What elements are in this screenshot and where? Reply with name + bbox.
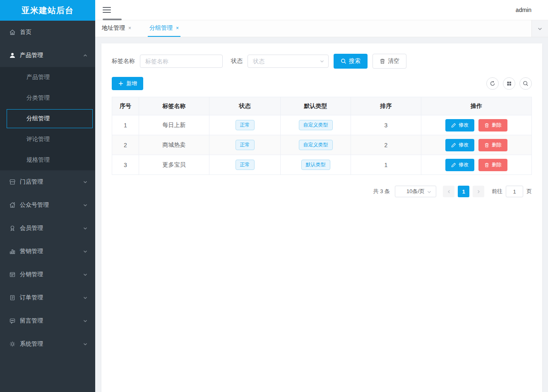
trash-icon: [380, 58, 385, 64]
sidebar: 亚米建站后台 首页 产品管理 产品管理 分类管理 分组管理 评论管理 规格管理 …: [0, 0, 95, 392]
close-icon[interactable]: ×: [128, 26, 131, 31]
pagination: 共 3 条 10条/页 1 前往 页: [112, 186, 532, 197]
tab-label: 地址管理: [102, 24, 125, 32]
main-area: admin 地址管理 × 分组管理 × 标签名称 状态: [95, 0, 548, 392]
edit-button[interactable]: 修改: [445, 159, 474, 171]
table-header: 序号 标签名称 状态 默认类型 排序 操作: [112, 97, 532, 115]
chevron-down-icon: [83, 342, 88, 347]
page-number-1[interactable]: 1: [458, 186, 469, 197]
goto-page-input[interactable]: [506, 186, 523, 197]
sidebar-item-stores[interactable]: 门店管理: [0, 170, 95, 194]
edit-button[interactable]: 修改: [445, 139, 474, 151]
tab-list-dropdown-button[interactable]: [531, 20, 548, 37]
subitem-label: 规格管理: [26, 156, 50, 164]
filter-bar: 标签名称 状态 搜索 清空: [112, 54, 532, 69]
page-content: 标签名称 状态 搜索 清空: [95, 37, 548, 392]
sidebar-item-marketing[interactable]: 营销管理: [0, 240, 95, 263]
subitem-label: 分组管理: [26, 115, 50, 122]
subitem-label: 分类管理: [26, 94, 50, 102]
search-button[interactable]: 搜索: [334, 54, 368, 69]
chevron-down-icon: [83, 249, 88, 254]
house-icon: [9, 202, 16, 208]
status-select-input[interactable]: [248, 55, 329, 68]
delete-button[interactable]: 删除: [478, 159, 507, 171]
tab-group-mgmt[interactable]: 分组管理 ×: [148, 20, 180, 37]
th-sort: 排序: [351, 97, 421, 115]
sidebar-subitem-group-mgmt[interactable]: 分组管理: [7, 109, 93, 128]
sidebar-item-products[interactable]: 产品管理: [0, 44, 95, 67]
chevron-right-icon: [476, 189, 481, 194]
medal-icon: [9, 225, 16, 232]
sidebar-item-official-account[interactable]: 公众号管理: [0, 194, 95, 217]
sidebar-subitem-category-mgmt[interactable]: 分类管理: [0, 88, 95, 108]
refresh-button[interactable]: [486, 77, 499, 90]
clear-button-label: 清空: [388, 57, 399, 65]
cell-sort: 3: [351, 115, 421, 135]
delete-button[interactable]: 删除: [478, 119, 507, 131]
sidebar-item-system[interactable]: 系统管理: [0, 332, 95, 356]
add-button[interactable]: 新增: [112, 77, 143, 90]
type-badge: 默认类型: [301, 160, 330, 170]
th-actions: 操作: [421, 97, 532, 115]
th-status: 状态: [209, 97, 281, 115]
cell-sort: 2: [351, 135, 421, 155]
chevron-left-icon: [447, 189, 451, 194]
prev-page-button[interactable]: [443, 186, 454, 197]
user-icon: [9, 52, 16, 59]
page-size-select[interactable]: 10条/页: [395, 186, 436, 197]
sidebar-item-messages[interactable]: 留言管理: [0, 309, 95, 332]
table-search-button[interactable]: [519, 77, 532, 90]
cell-sort: 1: [351, 155, 421, 175]
tab-bar: 地址管理 × 分组管理 ×: [95, 20, 548, 37]
status-select[interactable]: [248, 55, 329, 68]
delete-button-label: 删除: [492, 122, 502, 129]
edit-button-label: 修改: [459, 161, 469, 168]
refresh-icon: [490, 81, 495, 86]
submenu-products: 产品管理 分类管理 分组管理 评论管理 规格管理: [0, 67, 95, 170]
plus-icon: [118, 81, 124, 86]
tabbar-scrollbar-thumb[interactable]: [103, 19, 122, 20]
content-card: 标签名称 状态 搜索 清空: [101, 43, 542, 392]
status-badge: 正常: [236, 140, 255, 150]
clear-button[interactable]: 清空: [373, 54, 406, 69]
chevron-down-icon: [83, 295, 88, 300]
chevron-down-icon: [83, 179, 88, 184]
table-row: 3 更多宝贝 正常 默认类型 1 修改: [112, 155, 532, 175]
sidebar-item-distribution[interactable]: 分销管理: [0, 263, 95, 286]
sidebar-subitem-spec-mgmt[interactable]: 规格管理: [0, 150, 95, 170]
user-menu[interactable]: admin: [516, 7, 531, 13]
sidebar-item-members[interactable]: 会员管理: [0, 217, 95, 240]
status-label: 状态: [231, 57, 243, 65]
sidebar-subitem-comment-mgmt[interactable]: 评论管理: [0, 129, 95, 150]
subitem-label: 评论管理: [26, 136, 50, 143]
edit-icon: [451, 143, 456, 148]
goto-label: 前往: [492, 188, 502, 195]
th-index: 序号: [112, 97, 139, 115]
tab-label: 分组管理: [149, 24, 173, 32]
next-page-button[interactable]: [473, 186, 484, 197]
tab-address-mgmt[interactable]: 地址管理 ×: [100, 20, 133, 37]
sidebar-item-orders[interactable]: 订单管理: [0, 286, 95, 309]
message-icon: [9, 318, 16, 324]
trash-icon: [484, 163, 489, 167]
doc-icon: [9, 271, 16, 278]
chevron-down-icon: [83, 318, 88, 323]
column-settings-button[interactable]: [503, 77, 515, 90]
close-icon[interactable]: ×: [176, 26, 179, 31]
delete-button-label: 删除: [492, 141, 502, 148]
type-badge: 自定义类型: [299, 120, 333, 130]
sidebar-item-home[interactable]: 首页: [0, 21, 95, 44]
hamburger-menu-icon[interactable]: [103, 7, 111, 13]
chevron-down-icon: [427, 189, 432, 194]
subitem-label: 产品管理: [26, 74, 50, 81]
sidebar-subitem-product-mgmt[interactable]: 产品管理: [0, 67, 95, 88]
th-type: 默认类型: [281, 97, 351, 115]
tag-name-input[interactable]: [140, 55, 223, 68]
chevron-down-icon: [83, 203, 88, 208]
home-icon: [9, 29, 16, 36]
sidebar-item-label: 产品管理: [20, 52, 83, 59]
edit-button-label: 修改: [459, 141, 469, 148]
pagination-goto: 前往 页: [492, 186, 532, 197]
delete-button[interactable]: 删除: [478, 139, 507, 151]
edit-button[interactable]: 修改: [445, 119, 474, 131]
